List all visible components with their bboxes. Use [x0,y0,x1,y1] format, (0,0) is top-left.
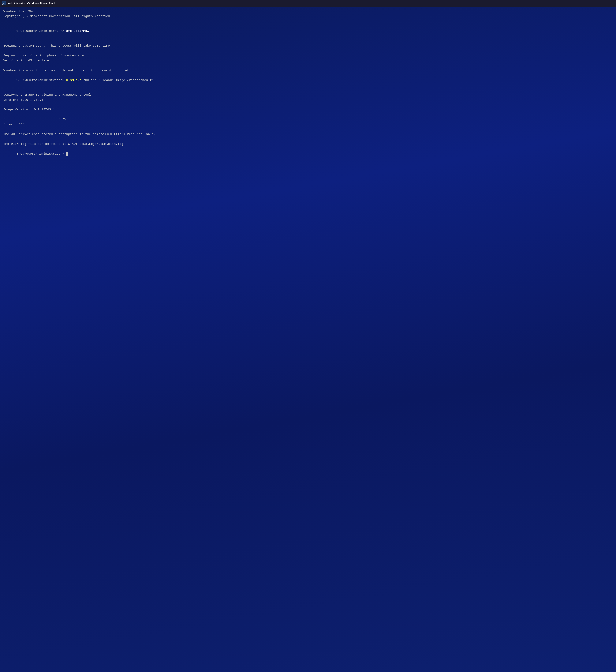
title-bar: 𝓅 Administrator: Windows PowerShell [0,0,616,7]
terminal-blank-2 [3,39,613,44]
terminal-blank-4 [3,63,613,68]
terminal-line-prompt-final[interactable]: PS C:\Users\Administrator> [3,147,613,161]
terminal-blank-1 [3,19,613,24]
title-bar-text: Administrator: Windows PowerShell [8,2,55,5]
terminal-body[interactable]: Windows PowerShell Copyright (C) Microso… [0,7,616,672]
terminal-dism-log: The DISM log file can be found at C:\win… [3,142,613,147]
terminal-line-verify-begin: Beginning verification phase of system s… [3,53,613,58]
svg-text:𝓅: 𝓅 [2,2,4,5]
terminal-blank-3 [3,48,613,53]
terminal-dism-line1: Deployment Image Servicing and Managemen… [3,93,613,97]
cursor-blink [66,152,68,156]
terminal-dism-line2: Version: 10.0.17763.1 [3,98,613,102]
terminal-image-version: Image Version: 10.0.17763.1 [3,107,613,112]
terminal-line-verify-pct: Verification 6% complete. [3,58,613,63]
terminal-line-prompt2: PS C:\Users\Administrator> DISM.exe /Onl… [3,73,613,88]
powershell-icon: 𝓅 [2,1,6,5]
terminal-blank-8 [3,127,613,132]
prompt-text-final: PS C:\Users\Administrator> [15,152,66,156]
dism-exe-text: DISM.exe [66,79,81,82]
terminal-line-prompt1: PS C:\Users\Administrator> sfc /scannow [3,24,613,39]
terminal-wof-error: The WOF driver encountered a corruption … [3,132,613,137]
terminal-blank-5 [3,88,613,93]
terminal-line-header1: Windows PowerShell [3,9,613,14]
command-sfc: sfc /scannow [66,29,89,33]
terminal-blank-6 [3,102,613,107]
terminal-error-line: Error: 4448 [3,122,613,127]
dism-args-text: /Online /Cleanup-image /Restorehealth [81,79,154,82]
terminal-line-header2: Copyright (C) Microsoft Corporation. All… [3,14,613,19]
terminal-blank-9 [3,137,613,142]
powershell-window: 𝓅 Administrator: Windows PowerShell Wind… [0,0,616,672]
terminal-progress-bar: [== 4.5% ] [3,117,613,122]
terminal-line-scan-begin: Beginning system scan. This process will… [3,44,613,48]
prompt-text-1: PS C:\Users\Administrator> [15,29,66,33]
prompt-text-2: PS C:\Users\Administrator> [15,79,66,82]
terminal-blank-7 [3,112,613,117]
terminal-line-protection-error: Windows Resource Protection could not pe… [3,68,613,73]
